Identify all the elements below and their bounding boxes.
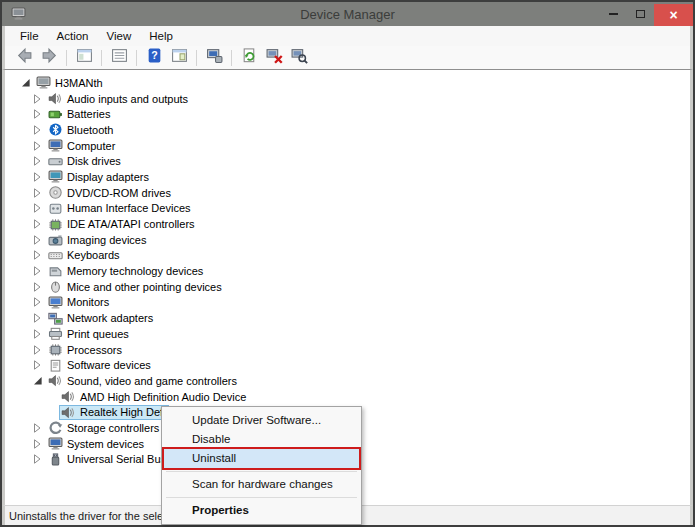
expand-arrow-icon[interactable] (33, 266, 43, 276)
tree-item-label: Keyboards (67, 249, 120, 261)
menu-help[interactable]: Help (140, 28, 182, 44)
tree-item-label: Batteries (67, 108, 110, 120)
expand-arrow-icon[interactable] (33, 423, 43, 433)
tree-item-h3manth[interactable]: H3MANth (5, 75, 690, 91)
collapse-arrow-icon[interactable] (21, 78, 31, 88)
tree-item-content[interactable]: Batteries (46, 107, 113, 122)
tree-item-software-devices[interactable]: Software devices (5, 357, 690, 373)
expand-arrow-icon[interactable] (33, 439, 43, 449)
expand-arrow-icon[interactable] (33, 94, 43, 104)
tree-item-network-adapters[interactable]: Network adapters (5, 310, 690, 326)
context-menu-item-update-driver-software[interactable]: Update Driver Software... (164, 411, 359, 430)
console-tree-toolbar-button[interactable] (73, 48, 95, 68)
expand-arrow-icon[interactable] (33, 172, 43, 182)
menu-view[interactable]: View (98, 28, 141, 44)
tree-item-human-interface-devices[interactable]: Human Interface Devices (5, 201, 690, 217)
tree-item-ide-ata-atapi-controllers[interactable]: IDE ATA/ATAPI controllers (5, 216, 690, 232)
tree-item-content[interactable]: Processors (46, 342, 125, 357)
tree-item-amd-high-definition-audio-device[interactable]: AMD High Definition Audio Device (5, 389, 690, 405)
expand-arrow-icon[interactable] (33, 188, 43, 198)
tree-item-content[interactable]: Network adapters (46, 311, 156, 326)
tree-item-content[interactable]: Universal Serial Bus c (46, 452, 178, 467)
tree-item-content[interactable]: System devices (46, 436, 147, 451)
tree-item-batteries[interactable]: Batteries (5, 106, 690, 122)
tree-item-processors[interactable]: Processors (5, 342, 690, 358)
tree-item-content[interactable]: Bluetooth (46, 122, 116, 137)
tree-item-content[interactable]: Human Interface Devices (46, 201, 194, 216)
tree-item-label: H3MANth (55, 77, 103, 89)
menu-action[interactable]: Action (48, 28, 98, 44)
forward-toolbar-button[interactable] (38, 48, 60, 68)
close-button[interactable]: × (654, 4, 693, 26)
tree-item-computer[interactable]: Computer (5, 138, 690, 154)
collapse-arrow-icon[interactable] (33, 376, 43, 386)
tree-item-keyboards[interactable]: Keyboards (5, 248, 690, 264)
expand-arrow-icon[interactable] (33, 345, 43, 355)
tree-item-content[interactable]: Keyboards (46, 248, 123, 263)
tree-item-display-adapters[interactable]: Display adapters (5, 169, 690, 185)
tree-item-content[interactable]: Storage controllers (46, 420, 162, 435)
tree-item-content[interactable]: IDE ATA/ATAPI controllers (46, 217, 198, 232)
tree-item-content[interactable]: Mice and other pointing devices (46, 279, 225, 294)
expand-arrow-icon[interactable] (33, 313, 43, 323)
tree-item-content[interactable]: Sound, video and game controllers (46, 373, 240, 388)
list-view-toolbar-button[interactable] (108, 48, 130, 68)
tree-item-label: Universal Serial Bus c (67, 453, 175, 465)
tree-item-bluetooth[interactable]: Bluetooth (5, 122, 690, 138)
expand-arrow-icon[interactable] (33, 360, 43, 370)
tree-item-content[interactable]: H3MANth (34, 75, 106, 90)
expand-arrow-icon[interactable] (33, 203, 43, 213)
expand-arrow-icon[interactable] (33, 454, 43, 464)
menu-file[interactable]: File (11, 28, 48, 44)
back-toolbar-button[interactable] (13, 48, 35, 68)
tree-item-content[interactable]: Display adapters (46, 169, 152, 184)
expand-arrow-icon[interactable] (33, 109, 43, 119)
context-menu-item-scan-for-hardware-changes[interactable]: Scan for hardware changes (164, 475, 359, 494)
expand-arrow-icon[interactable] (33, 141, 43, 151)
expand-arrow-icon[interactable] (33, 235, 43, 245)
tree-item-imaging-devices[interactable]: Imaging devices (5, 232, 690, 248)
tree-item-content[interactable]: Software devices (46, 358, 154, 373)
tree-item-audio-inputs-and-outputs[interactable]: Audio inputs and outputs (5, 91, 690, 107)
doc-icon (48, 359, 63, 372)
expand-arrow-icon[interactable] (33, 156, 43, 166)
context-menu-item-disable[interactable]: Disable (164, 430, 359, 449)
tree-item-mice-and-other-pointing-devices[interactable]: Mice and other pointing devices (5, 279, 690, 295)
devices-toolbar-button[interactable] (203, 48, 225, 68)
title-bar[interactable]: Device Manager × (2, 2, 693, 26)
tree-item-content[interactable]: Disk drives (46, 154, 124, 169)
tree-item-memory-technology-devices[interactable]: Memory technology devices (5, 263, 690, 279)
tree-item-content[interactable]: Realtek High Defi (59, 405, 169, 420)
tree-item-content[interactable]: AMD High Definition Audio Device (59, 389, 249, 404)
expand-arrow-icon[interactable] (33, 282, 43, 292)
scan-hardware-icon (291, 47, 308, 68)
update-driver-toolbar-button[interactable] (238, 48, 260, 68)
tree-item-content[interactable]: DVD/CD-ROM drives (46, 185, 174, 200)
tree-item-dvd-cd-rom-drives[interactable]: DVD/CD-ROM drives (5, 185, 690, 201)
scan-hardware-toolbar-button[interactable] (288, 48, 310, 68)
expand-arrow-icon[interactable] (33, 125, 43, 135)
context-menu-item-properties[interactable]: Properties (164, 501, 359, 520)
tree-item-label: Mice and other pointing devices (67, 281, 222, 293)
tree-item-monitors[interactable]: Monitors (5, 295, 690, 311)
tree-item-content[interactable]: Monitors (46, 295, 112, 310)
tree-item-disk-drives[interactable]: Disk drives (5, 153, 690, 169)
tree-item-content[interactable]: Audio inputs and outputs (46, 91, 191, 106)
expand-arrow-icon[interactable] (33, 250, 43, 260)
menu-bar: FileActionViewHelp (2, 26, 693, 46)
tree-item-content[interactable]: Print queues (46, 326, 132, 341)
tree-item-content[interactable]: Computer (46, 138, 118, 153)
expand-arrow-icon[interactable] (33, 297, 43, 307)
help-toolbar-button[interactable]: ? (143, 48, 165, 68)
uninstall-toolbar-button[interactable] (263, 48, 285, 68)
tree-item-content[interactable]: Memory technology devices (46, 264, 206, 279)
tree-item-content[interactable]: Imaging devices (46, 232, 150, 247)
tree-item-print-queues[interactable]: Print queues (5, 326, 690, 342)
minimize-button[interactable] (600, 2, 627, 26)
expand-arrow-icon[interactable] (33, 219, 43, 229)
tree-item-sound-video-and-game-controllers[interactable]: Sound, video and game controllers (5, 373, 690, 389)
expand-arrow-icon[interactable] (33, 329, 43, 339)
maximize-button[interactable] (627, 2, 654, 26)
properties-panel-toolbar-button[interactable] (168, 48, 190, 68)
context-menu-item-uninstall[interactable]: Uninstall (164, 449, 359, 468)
